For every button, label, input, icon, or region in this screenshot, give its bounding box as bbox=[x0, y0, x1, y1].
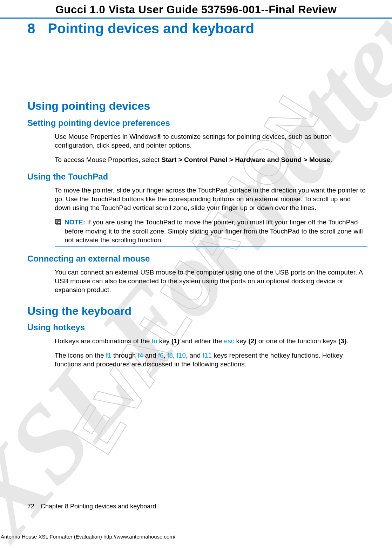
key-esc: esc bbox=[224, 337, 235, 345]
key-f10: f10 bbox=[177, 352, 186, 359]
note-block: NOTE: If you are using the TouchPad to m… bbox=[55, 218, 367, 246]
header-divider bbox=[0, 18, 392, 19]
text-run: key bbox=[157, 337, 171, 345]
document-header-title: Gucci 1.0 Vista User Guide 537596-001--F… bbox=[0, 4, 392, 16]
note-label: NOTE: bbox=[65, 218, 85, 226]
section-using-keyboard: Using the keyboard bbox=[27, 305, 367, 318]
subheading-setting-preferences: Setting pointing device preferences bbox=[27, 118, 367, 128]
key-f1: f1 bbox=[106, 352, 111, 359]
chapter-number: 8 bbox=[27, 21, 35, 36]
chapter-title: Pointing devices and keyboard bbox=[48, 21, 254, 36]
text-run: and bbox=[143, 352, 158, 359]
text-run: and either the bbox=[180, 337, 224, 345]
subheading-external-mouse: Connecting an external mouse bbox=[27, 254, 367, 264]
chapter-heading: 8 Pointing devices and keyboard bbox=[27, 21, 367, 36]
note-icon bbox=[55, 218, 62, 228]
page-number: 72 bbox=[27, 503, 34, 510]
key-f6: f6 bbox=[158, 352, 164, 359]
text-run: , and bbox=[186, 352, 203, 359]
paragraph-hotkeys-2: The icons on the f1 through f4 and f6, f… bbox=[55, 351, 367, 368]
paragraph-setting-prefs-1: Use Mouse Properties in Windows® to cust… bbox=[55, 132, 367, 150]
text-bold-menu-path: Start > Control Panel > Hardware and Sou… bbox=[161, 156, 330, 163]
footer-left: 72Chapter 8 Pointing devices and keyboar… bbox=[27, 503, 156, 510]
text-run: , bbox=[173, 352, 177, 359]
text-run: , bbox=[164, 352, 168, 359]
paragraph-hotkeys-1: Hotkeys are combinations of the fn key (… bbox=[55, 337, 367, 345]
text-run: through bbox=[111, 352, 138, 359]
text-run: . bbox=[330, 156, 332, 163]
key-fn: fn bbox=[152, 337, 157, 345]
ref-1: (1) bbox=[171, 337, 180, 345]
ref-2: (2) bbox=[248, 337, 256, 345]
generator-credit: Antenna House XSL Formatter (Evaluation)… bbox=[1, 534, 175, 540]
text-run: key bbox=[234, 337, 248, 345]
text-run: . bbox=[346, 337, 348, 345]
text-run: The icons on the bbox=[55, 352, 106, 359]
key-f11: f11 bbox=[203, 352, 212, 359]
paragraph-setting-prefs-2: To access Mouse Properties, select Start… bbox=[55, 155, 367, 164]
text-run: or one of the function keys bbox=[257, 337, 338, 345]
section-using-pointing-devices: Using pointing devices bbox=[27, 100, 367, 113]
paragraph-touchpad-1: To move the pointer, slide your finger a… bbox=[55, 186, 367, 212]
note-body: NOTE: If you are using the TouchPad to m… bbox=[65, 218, 367, 244]
key-f4: f4 bbox=[138, 352, 143, 359]
key-f8: f8 bbox=[167, 352, 173, 359]
text-run: To access Mouse Properties, select bbox=[55, 156, 161, 163]
text-run: Hotkeys are combinations of the bbox=[55, 337, 152, 345]
note-text-content: If you are using the TouchPad to move th… bbox=[65, 218, 363, 243]
subheading-using-touchpad: Using the TouchPad bbox=[27, 172, 367, 182]
subheading-using-hotkeys: Using hotkeys bbox=[27, 323, 367, 332]
paragraph-external-mouse: You can connect an external USB mouse to… bbox=[55, 268, 367, 294]
footer-breadcrumb: Chapter 8 Pointing devices and keyboard bbox=[41, 503, 156, 510]
ref-3: (3) bbox=[338, 337, 346, 345]
